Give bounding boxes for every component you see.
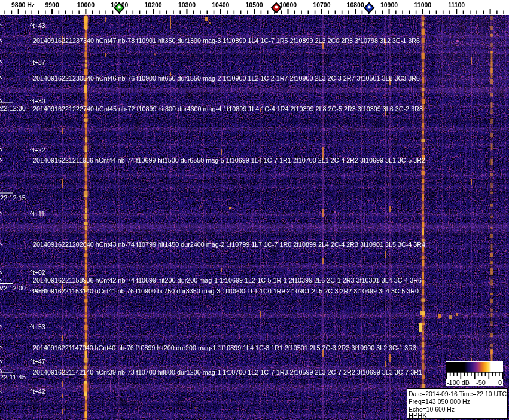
svg-text:20140916221142140 hCnt39 nb-73: 20140916221142140 hCnt39 nb-73 f10700 hi… (33, 369, 422, 376)
svg-text:20140916221153140 hCnt41 nb-76: 20140916221153140 hCnt41 nb-76 f10900 hi… (33, 287, 419, 295)
svg-text:^t+47: ^t+47 (30, 358, 45, 365)
svg-text:10200: 10200 (144, 1, 161, 8)
svg-text:20140916221211936 hCnt44 nb-74: 20140916221211936 hCnt44 nb-74 f10699 hi… (33, 157, 425, 164)
svg-text:20140916221237340 hCnt47 nb-78: 20140916221237340 hCnt47 nb-78 f10901 hi… (33, 37, 420, 44)
svg-text:-50: -50 (476, 379, 486, 386)
svg-text:^t+02: ^t+02 (30, 269, 45, 276)
svg-text:9800 Hz: 9800 Hz (11, 1, 35, 8)
svg-text:-100 dB: -100 dB (447, 379, 470, 386)
svg-text:20140916221222740 hCnt45 nb-72: 20140916221222740 hCnt45 nb-72 f10899 hi… (33, 105, 423, 112)
svg-text:20140916221230840 hCnt46 nb-76: 20140916221230840 hCnt46 nb-76 f10900 hi… (33, 75, 420, 82)
svg-text:11000: 11000 (414, 1, 432, 8)
svg-text:10900: 10900 (380, 1, 398, 8)
svg-text:20140916221147040 hCnt40 nb-76: 20140916221147040 hCnt40 nb-76 f10899 hi… (33, 344, 416, 351)
svg-text:^t+22: ^t+22 (30, 146, 45, 154)
svg-text:22:12:15: 22:12:15 (0, 194, 26, 201)
svg-text:10000: 10000 (77, 1, 95, 8)
svg-text:^t+43: ^t+43 (30, 22, 45, 29)
svg-text:^t+37: ^t+37 (30, 59, 45, 66)
svg-text:^t+53: ^t+53 (30, 323, 45, 330)
svg-text:10300: 10300 (178, 1, 196, 8)
svg-text:10700: 10700 (313, 1, 330, 8)
svg-text:10400: 10400 (212, 1, 229, 8)
svg-text:20140916221158936 hCnt42 nb-74: 20140916221158936 hCnt42 nb-74 f10699 hi… (33, 277, 422, 284)
svg-text:Date=2014-09-16 Time=22:10 UTC: Date=2014-09-16 Time=22:10 UTC (409, 390, 507, 397)
svg-text:22:12:30: 22:12:30 (0, 105, 26, 112)
svg-text:9900: 9900 (45, 1, 59, 8)
svg-text:20140916221202040 hCnt43 nb-74: 20140916221202040 hCnt43 nb-74 f10799 hi… (33, 241, 425, 248)
svg-text:11100: 11100 (448, 1, 465, 8)
svg-text:^t+58: ^t+58 (30, 287, 45, 295)
svg-text:HPHK: HPHK (409, 412, 427, 419)
svg-text:22:12:00: 22:12:00 (0, 284, 26, 292)
svg-text:^t+30: ^t+30 (30, 97, 45, 105)
svg-text:10600: 10600 (279, 1, 297, 8)
svg-text:^t+42: ^t+42 (30, 388, 45, 395)
svg-text:Freq=143 050 000 Hz: Freq=143 050 000 Hz (409, 398, 470, 405)
svg-text:^t+11: ^t+11 (30, 210, 45, 217)
svg-text:0: 0 (498, 379, 502, 386)
svg-text:10800: 10800 (347, 1, 364, 8)
svg-text:10500: 10500 (245, 1, 263, 8)
svg-text:22:11:45: 22:11:45 (0, 373, 26, 381)
